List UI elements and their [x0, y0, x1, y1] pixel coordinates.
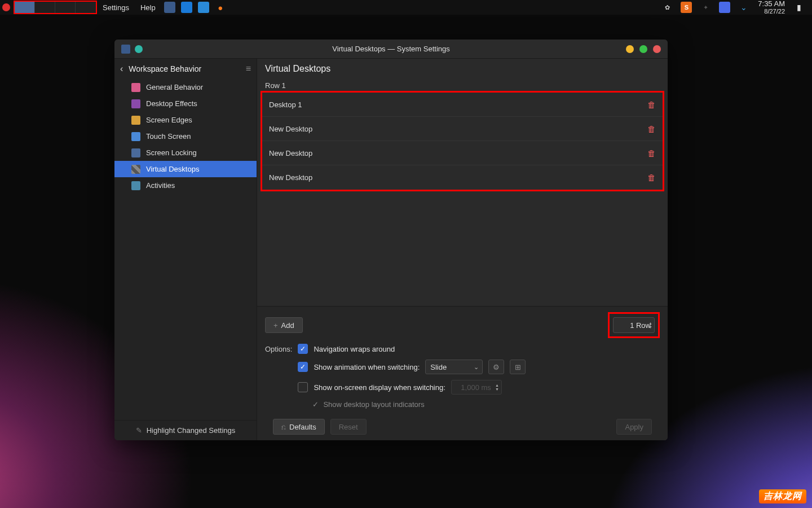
- sidebar-item-screen-locking[interactable]: Screen Locking: [114, 144, 257, 161]
- sidebar: ‹ Workspace Behavior ≡ General Behavior …: [114, 59, 257, 440]
- plus-icon: +: [273, 321, 278, 330]
- taskbar-app-settings[interactable]: [164, 2, 175, 13]
- sidebar-item-label: Desktop Effects: [146, 99, 197, 108]
- desktop-effects-icon: [131, 99, 140, 108]
- taskbar-app-firefox[interactable]: ●: [215, 2, 226, 13]
- settings-window: Virtual Desktops — System Settings ‹ Wor…: [114, 40, 668, 440]
- clock[interactable]: 7:35 AM 8/27/22: [758, 0, 785, 15]
- sidebar-item-desktop-effects[interactable]: Desktop Effects: [114, 95, 257, 112]
- screen-edges-icon: [131, 116, 140, 125]
- reset-button[interactable]: Reset: [330, 419, 367, 435]
- tray-ime-icon[interactable]: ✿: [661, 2, 673, 13]
- osd-checkbox[interactable]: [298, 382, 308, 392]
- desktop-row[interactable]: New Desktop🗑: [262, 117, 663, 141]
- menu-help[interactable]: Help: [135, 0, 161, 15]
- tray-chevron-icon[interactable]: ⌄: [738, 2, 749, 13]
- tray-sogou-icon[interactable]: S: [681, 2, 692, 13]
- pager-cell-4[interactable]: [76, 2, 96, 13]
- desktop-name: Desktop 1: [269, 100, 302, 109]
- record-icon[interactable]: [2, 3, 10, 11]
- virtual-desktops-icon: [131, 165, 140, 174]
- touch-screen-icon: [131, 132, 140, 141]
- trash-icon[interactable]: 🗑: [647, 100, 656, 110]
- sidebar-item-label: Virtual Desktops: [146, 165, 199, 173]
- minimize-button[interactable]: [626, 45, 634, 53]
- menu-settings[interactable]: Settings: [97, 0, 135, 15]
- sidebar-item-label: Activities: [146, 181, 175, 190]
- defaults-icon: ⎌: [281, 423, 286, 431]
- screen-locking-icon: [131, 148, 140, 157]
- reset-label: Reset: [339, 423, 358, 431]
- desktop-name: New Desktop: [269, 173, 312, 182]
- highlight-changed-button[interactable]: ✎ Highlight Changed Settings: [114, 420, 257, 440]
- sidebar-item-activities[interactable]: Activities: [114, 177, 257, 194]
- trash-icon[interactable]: 🗑: [647, 148, 656, 158]
- apply-label: Apply: [625, 423, 643, 431]
- sidebar-back-label: Workspace Behavior: [129, 64, 201, 73]
- animation-select[interactable]: Slide: [425, 360, 483, 374]
- osd-duration-value: 1,000 ms: [461, 383, 491, 392]
- indicators-label: Show desktop layout indicators: [323, 400, 424, 409]
- sidebar-item-virtual-desktops[interactable]: Virtual Desktops: [114, 161, 257, 177]
- titlebar[interactable]: Virtual Desktops — System Settings: [114, 40, 668, 59]
- defaults-button[interactable]: ⎌Defaults: [273, 419, 325, 435]
- osd-label: Show on-screen display when switching:: [314, 383, 445, 392]
- options-label: Options:: [265, 345, 292, 353]
- desktop-pager[interactable]: [14, 1, 97, 14]
- maximize-button[interactable]: [639, 45, 647, 53]
- wrap-checkbox[interactable]: ✓: [298, 344, 308, 354]
- sidebar-item-screen-edges[interactable]: Screen Edges: [114, 112, 257, 128]
- check-icon: ✓: [312, 400, 319, 409]
- row-count-spinner[interactable]: 1 Row ▲▼: [613, 317, 655, 333]
- general-behavior-icon: [131, 83, 140, 92]
- pager-cell-1[interactable]: [15, 2, 35, 13]
- spinner-arrows-icon: ▲▼: [495, 383, 499, 391]
- window-title: Virtual Desktops — System Settings: [114, 45, 668, 53]
- close-button[interactable]: [653, 45, 661, 53]
- sidebar-back[interactable]: ‹ Workspace Behavior ≡: [114, 59, 257, 79]
- desktop-row[interactable]: New Desktop🗑: [262, 165, 663, 190]
- top-panel: Settings Help ● ✿ S ✦ ⌄ 7:35 AM 8/27/22 …: [0, 0, 812, 15]
- sidebar-item-general-behavior[interactable]: General Behavior: [114, 79, 257, 95]
- sidebar-item-label: Screen Edges: [146, 116, 192, 124]
- animation-value: Slide: [430, 363, 447, 371]
- activities-icon: [131, 181, 140, 190]
- sidebar-item-touch-screen[interactable]: Touch Screen: [114, 128, 257, 144]
- osd-duration-spinner[interactable]: 1,000 ms▲▼: [451, 380, 502, 395]
- configure-animation-button[interactable]: ⚙: [488, 360, 504, 374]
- tray-network-icon[interactable]: [719, 2, 730, 13]
- pager-cell-3[interactable]: [55, 2, 76, 13]
- sidebar-item-label: Touch Screen: [146, 132, 191, 141]
- user-icon[interactable]: ▮: [793, 2, 805, 13]
- main-content: Virtual Desktops Row 1 Desktop 1🗑 New De…: [257, 59, 668, 440]
- row-label: Row 1: [257, 79, 668, 91]
- animation-info-button[interactable]: ⊞: [510, 360, 526, 374]
- taskbar-app-2[interactable]: [181, 2, 192, 13]
- page-title: Virtual Desktops: [265, 64, 330, 74]
- wrap-label: Navigation wraps around: [314, 345, 395, 353]
- trash-icon[interactable]: 🗑: [647, 173, 656, 182]
- pencil-icon: ✎: [136, 426, 142, 435]
- add-button[interactable]: +Add: [265, 317, 303, 333]
- row-count-highlight: 1 Row ▲▼: [608, 312, 660, 338]
- clock-date: 8/27/22: [758, 8, 785, 15]
- trash-icon[interactable]: 🗑: [647, 124, 656, 134]
- defaults-label: Defaults: [289, 423, 316, 431]
- apply-button[interactable]: Apply: [616, 419, 652, 435]
- row-count-value: 1 Row: [630, 321, 651, 330]
- taskbar-app-files[interactable]: [198, 2, 209, 13]
- add-button-label: Add: [281, 321, 294, 330]
- sidebar-item-label: General Behavior: [146, 83, 203, 91]
- chevron-left-icon: ‹: [120, 64, 123, 74]
- desktop-row[interactable]: New Desktop🗑: [262, 141, 663, 165]
- window-status-dot: [135, 45, 143, 53]
- tray-clipboard-icon[interactable]: ✦: [700, 2, 711, 13]
- desktop-name: New Desktop: [269, 125, 312, 133]
- animation-label: Show animation when switching:: [314, 363, 420, 371]
- spinner-arrows-icon[interactable]: ▲▼: [648, 321, 652, 329]
- hamburger-icon[interactable]: ≡: [246, 64, 251, 74]
- animation-checkbox[interactable]: ✓: [298, 362, 308, 372]
- sidebar-item-label: Screen Locking: [146, 148, 197, 157]
- pager-cell-2[interactable]: [35, 2, 55, 13]
- desktop-row[interactable]: Desktop 1🗑: [262, 93, 663, 117]
